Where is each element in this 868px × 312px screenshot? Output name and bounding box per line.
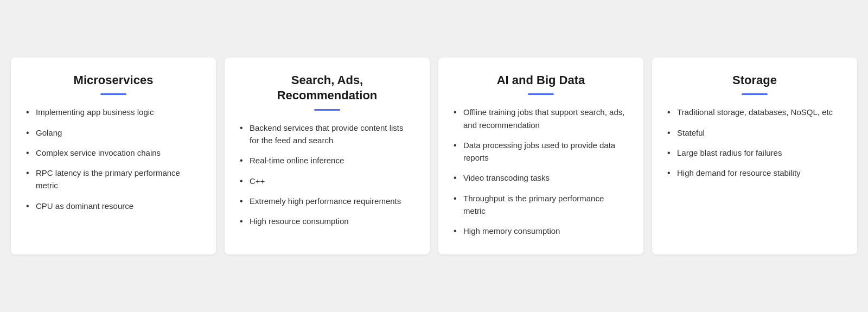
list-item: Large blast radius for failures bbox=[667, 147, 842, 159]
list-item: Data processing jobs used to provide dat… bbox=[454, 139, 628, 164]
card-divider-search-ads-recommendation bbox=[314, 109, 340, 111]
cards-container: MicroservicesImplementing app business l… bbox=[11, 58, 857, 255]
list-item: Implementing app business logic bbox=[26, 106, 201, 118]
list-item: Golang bbox=[26, 126, 201, 139]
card-divider-microservices bbox=[100, 93, 126, 95]
list-item: Stateful bbox=[667, 126, 842, 139]
list-item: High memory consumption bbox=[454, 225, 628, 237]
list-item: Extremely high performance requirements bbox=[240, 195, 414, 207]
card-storage: StorageTraditional storage, databases, N… bbox=[652, 58, 857, 255]
card-title-search-ads-recommendation: Search, Ads, Recommendation bbox=[240, 73, 414, 104]
list-item: RPC latency is the primary performance m… bbox=[26, 167, 201, 192]
card-list-ai-big-data: Offline training jobs that support searc… bbox=[454, 106, 628, 237]
list-item: Real-time online inference bbox=[240, 154, 414, 167]
list-item: CPU as dominant resource bbox=[26, 200, 201, 212]
list-item: C++ bbox=[240, 175, 414, 187]
card-divider-storage bbox=[742, 93, 768, 95]
card-microservices: MicroservicesImplementing app business l… bbox=[11, 58, 216, 255]
card-list-storage: Traditional storage, databases, NoSQL, e… bbox=[667, 106, 842, 179]
card-ai-big-data: AI and Big DataOffline training jobs tha… bbox=[438, 58, 643, 255]
list-item: Throughput is the primary performance me… bbox=[454, 192, 628, 218]
card-search-ads-recommendation: Search, Ads, RecommendationBackend servi… bbox=[225, 58, 430, 255]
list-item: Video transcoding tasks bbox=[454, 171, 628, 184]
card-title-ai-big-data: AI and Big Data bbox=[454, 73, 628, 88]
list-item: High resource consumption bbox=[240, 215, 414, 227]
card-list-microservices: Implementing app business logicGolangCom… bbox=[26, 106, 201, 212]
list-item: Backend services that provide content li… bbox=[240, 122, 414, 147]
list-item: Traditional storage, databases, NoSQL, e… bbox=[667, 106, 842, 118]
list-item: Offline training jobs that support searc… bbox=[454, 106, 628, 131]
card-title-microservices: Microservices bbox=[26, 73, 201, 88]
card-list-search-ads-recommendation: Backend services that provide content li… bbox=[240, 122, 414, 228]
card-divider-ai-big-data bbox=[528, 93, 554, 95]
list-item: Complex service invocation chains bbox=[26, 147, 201, 159]
list-item: High demand for resource stability bbox=[667, 167, 842, 179]
card-title-storage: Storage bbox=[667, 73, 842, 88]
